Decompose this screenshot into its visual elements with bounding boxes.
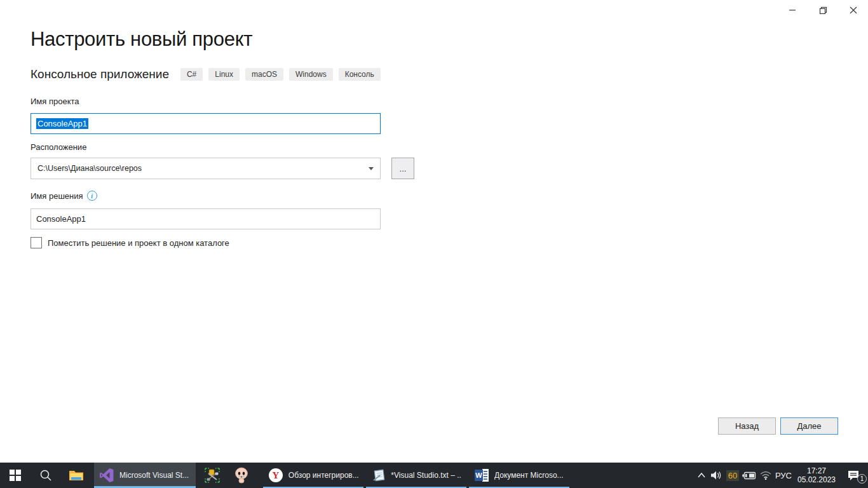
template-tag-csharp: C# xyxy=(180,68,203,81)
clock[interactable]: 17:27 05.02.2023 xyxy=(796,463,837,488)
template-tag-macos: macOS xyxy=(245,68,283,81)
template-tag-console: Консоль xyxy=(339,68,381,81)
location-combobox[interactable]: C:\Users\Диана\source\repos xyxy=(31,158,381,179)
maximize-button[interactable] xyxy=(812,0,834,20)
task-label: Обзор интегриров... xyxy=(288,471,358,480)
taskbar: Microsoft Visual St... Y Обзор интег xyxy=(0,463,868,488)
notification-badge: 1 xyxy=(857,474,867,484)
same-directory-row: Поместить решение и проект в одном катал… xyxy=(31,237,229,248)
tray-date: 05.02.2023 xyxy=(797,475,836,484)
speaker-icon xyxy=(710,470,723,480)
start-button[interactable] xyxy=(0,463,31,488)
solution-name-input[interactable]: ConsoleApp1 xyxy=(31,208,381,229)
tray-overflow-button[interactable] xyxy=(695,463,709,488)
chevron-down-icon xyxy=(369,167,374,170)
task-notepad[interactable]: *Visual Studio.txt – ... xyxy=(366,463,466,488)
word-icon: W xyxy=(474,468,489,482)
folder-icon xyxy=(69,469,84,482)
back-button[interactable]: Назад xyxy=(718,417,776,435)
windows-logo-icon xyxy=(10,470,21,481)
tray-time: 17:27 xyxy=(807,466,826,475)
file-explorer-button[interactable] xyxy=(61,463,92,488)
task-visual-studio[interactable]: Microsoft Visual St... xyxy=(94,463,196,488)
solution-name-label-row: Имя решения i xyxy=(31,191,97,201)
restore-icon xyxy=(819,6,827,15)
location-label: Расположение xyxy=(31,142,86,152)
template-tag-linux: Linux xyxy=(208,68,240,81)
same-directory-checkbox[interactable] xyxy=(31,237,42,248)
svg-text:Y: Y xyxy=(273,470,280,480)
solution-name-value: ConsoleApp1 xyxy=(36,214,86,224)
template-header: Консольное приложение C# Linux macOS Win… xyxy=(31,67,381,81)
language-indicator[interactable]: РУС xyxy=(771,463,796,488)
visual-studio-icon xyxy=(99,468,114,483)
notepad-icon xyxy=(371,468,386,483)
task-label: Документ Microso... xyxy=(494,471,564,480)
chevron-up-icon xyxy=(698,473,705,478)
battery-percent-value: 60 xyxy=(726,470,739,481)
location-value: C:\Users\Диана\source\repos xyxy=(37,164,369,173)
task-label: *Visual Studio.txt – ... xyxy=(391,471,461,480)
wifi-icon xyxy=(760,471,771,480)
battery-button[interactable] xyxy=(740,463,758,488)
battery-percent-badge[interactable]: 60 xyxy=(725,463,740,488)
solution-name-label: Имя решения xyxy=(31,191,83,201)
info-icon[interactable]: i xyxy=(87,191,97,201)
window-titlebar xyxy=(0,0,868,20)
pinned-game-tools-button[interactable] xyxy=(198,463,226,488)
browse-button[interactable]: ... xyxy=(391,158,414,179)
isaac-face-icon xyxy=(233,467,250,484)
minimize-icon xyxy=(789,6,796,14)
svg-text:W: W xyxy=(475,471,482,479)
close-button[interactable] xyxy=(843,0,864,20)
template-tags: C# Linux macOS Windows Консоль xyxy=(180,68,381,81)
selected-text: ConsoleApp1 xyxy=(36,118,88,129)
task-label: Microsoft Visual St... xyxy=(119,471,189,480)
project-name-label: Имя проекта xyxy=(31,97,79,106)
project-name-input[interactable]: ConsoleApp1 xyxy=(31,113,381,134)
minimize-button[interactable] xyxy=(782,0,803,20)
notification-button[interactable]: 1 xyxy=(839,463,868,488)
page-title: Настроить новый проект xyxy=(31,28,252,51)
pinned-game-isaac-button[interactable] xyxy=(227,463,255,488)
yandex-browser-icon: Y xyxy=(268,468,283,483)
next-button[interactable]: Далее xyxy=(780,417,838,435)
same-directory-label: Поместить решение и проект в одном катал… xyxy=(48,238,229,248)
volume-button[interactable] xyxy=(709,463,725,488)
search-icon xyxy=(39,469,52,482)
search-button[interactable] xyxy=(31,463,61,488)
task-yandex-browser[interactable]: Y Обзор интегриров... xyxy=(263,463,363,488)
game-tools-icon xyxy=(204,467,220,484)
battery-charging-icon xyxy=(742,471,757,480)
close-icon xyxy=(850,6,857,14)
task-word[interactable]: W Документ Microso... xyxy=(469,463,569,488)
template-tag-windows: Windows xyxy=(289,68,333,81)
template-name: Консольное приложение xyxy=(31,67,169,81)
